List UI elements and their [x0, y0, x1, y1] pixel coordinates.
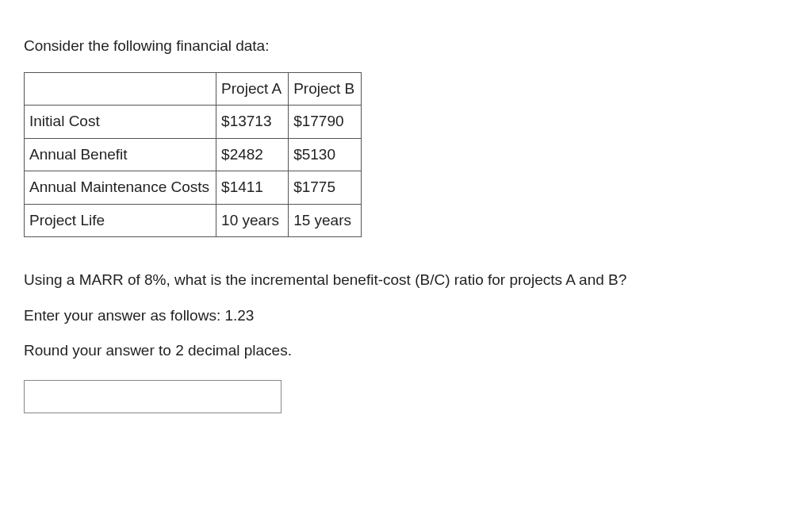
cell-value: $1775 — [289, 171, 362, 205]
cell-value: 10 years — [216, 204, 289, 237]
table-row: Annual Benefit $2482 $5130 — [25, 138, 362, 171]
table-row: Initial Cost $13713 $17790 — [25, 106, 362, 139]
row-label: Annual Benefit — [25, 138, 216, 171]
answer-input[interactable] — [24, 380, 282, 413]
instruction-format: Enter your answer as follows: 1.23 — [24, 305, 788, 328]
cell-value: $2482 — [216, 138, 289, 171]
intro-text: Consider the following financial data: — [24, 35, 788, 58]
row-label: Project Life — [25, 204, 216, 237]
cell-value: $13713 — [216, 106, 289, 139]
table-row: Project Life 10 years 15 years — [25, 204, 362, 237]
cell-value: 15 years — [289, 204, 362, 237]
cell-value: $1411 — [216, 171, 289, 205]
table-corner-cell — [25, 72, 216, 106]
cell-value: $5130 — [289, 138, 362, 171]
cell-value: $17790 — [289, 106, 362, 139]
table-header-project-b: Project B — [289, 72, 362, 106]
table-header-project-a: Project A — [216, 72, 289, 106]
question-text: Using a MARR of 8%, what is the incremen… — [24, 269, 788, 292]
table-row: Annual Maintenance Costs $1411 $1775 — [25, 171, 362, 205]
financial-data-table: Project A Project B Initial Cost $13713 … — [24, 72, 362, 238]
instruction-rounding: Round your answer to 2 decimal places. — [24, 340, 788, 363]
row-label: Annual Maintenance Costs — [25, 171, 216, 205]
row-label: Initial Cost — [25, 106, 216, 139]
